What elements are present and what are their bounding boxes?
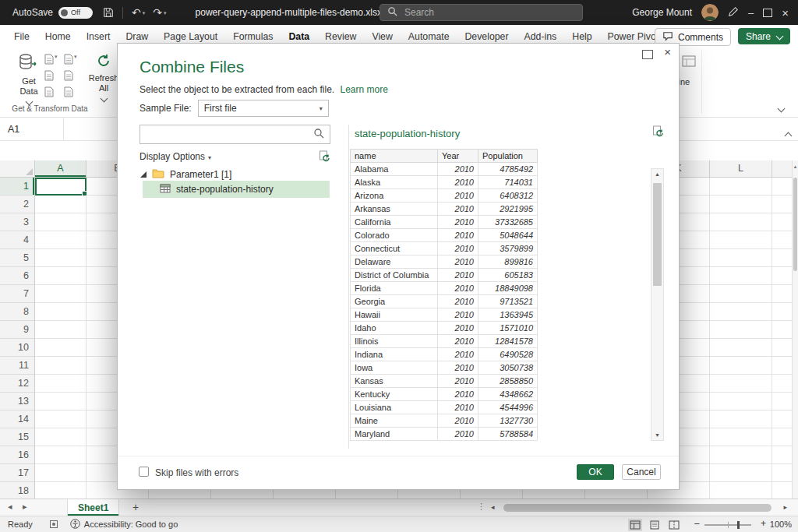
restore-icon[interactable] — [763, 9, 772, 17]
row-header-8[interactable]: 8 — [0, 303, 34, 321]
normal-view-icon[interactable] — [628, 519, 642, 531]
avatar[interactable] — [701, 4, 719, 21]
sheet-nav-right-icon[interactable]: ▸ — [23, 502, 27, 512]
macro-record-icon[interactable] — [50, 520, 58, 528]
add-sheet-icon[interactable]: + — [132, 501, 139, 513]
row-header-2[interactable]: 2 — [0, 196, 34, 213]
preview-column-header: Year — [438, 150, 478, 163]
document-title: power-query-append-multiple-files-demo.x… — [196, 7, 396, 18]
tab-scroll-splitter[interactable]: ⋮ — [477, 502, 486, 512]
dialog-maximize-icon[interactable] — [642, 50, 653, 59]
ribbon-collapse-chevron-icon[interactable] — [779, 100, 784, 115]
row-header-13[interactable]: 13 — [0, 393, 34, 410]
hscroll-right-icon[interactable]: ▸ — [783, 503, 787, 511]
cancel-button[interactable]: Cancel — [622, 464, 661, 480]
minimize-icon[interactable]: – — [748, 7, 754, 19]
titlebar-search[interactable] — [380, 4, 583, 21]
row-header-15[interactable]: 15 — [0, 428, 34, 446]
tree-node-parameter1[interactable]: Parameter1 [1] — [140, 167, 231, 182]
learn-more-link[interactable]: Learn more — [340, 84, 387, 95]
autosave-toggle[interactable]: Off — [58, 7, 93, 19]
row-header-12[interactable]: 12 — [0, 375, 34, 393]
refresh-preview-icon[interactable] — [652, 125, 664, 140]
display-options-button[interactable]: Display Options▾ — [139, 151, 211, 162]
object-search-input[interactable] — [146, 129, 313, 141]
zoom-level[interactable]: 100% — [770, 520, 792, 529]
sample-file-dropdown[interactable]: First file ▾ — [198, 100, 329, 117]
preview-scroll-thumb[interactable] — [653, 183, 662, 286]
zoom-slider[interactable] — [704, 524, 751, 526]
row-header-10[interactable]: 10 — [0, 339, 34, 357]
preview-scrollbar[interactable]: ▲ ▼ — [651, 168, 664, 441]
scroll-up-icon[interactable]: ▲ — [793, 164, 798, 169]
ribbon-small-button[interactable]: ▾ — [64, 54, 83, 70]
row-header-14[interactable]: 14 — [0, 410, 34, 428]
row-header-17[interactable]: 17 — [0, 464, 34, 482]
ribbon-small-button[interactable] — [64, 86, 83, 103]
display-options-label: Display Options — [139, 151, 205, 162]
sheet-tab-sheet1[interactable]: Sheet1 — [67, 499, 119, 516]
vertical-scrollbar[interactable]: ▲ — [792, 160, 798, 499]
name-box[interactable]: A1 — [0, 118, 64, 140]
row-header-6[interactable]: 6 — [0, 267, 34, 285]
skip-errors-checkbox[interactable] — [139, 467, 149, 477]
row-header-3[interactable]: 3 — [0, 213, 34, 231]
row-header-5[interactable]: 5 — [0, 249, 34, 267]
ribbon-group-label: Get & Transform Data — [0, 104, 100, 113]
fill-handle[interactable] — [82, 191, 87, 196]
save-icon[interactable] — [103, 7, 114, 18]
row-header-16[interactable]: 16 — [0, 446, 34, 464]
column-header-a[interactable]: A — [35, 160, 87, 177]
sample-file-value: First file — [204, 103, 237, 114]
ribbon-small-button[interactable]: ▾ — [44, 54, 64, 70]
row-header-1[interactable]: 1 — [0, 178, 34, 196]
tab-insert[interactable]: Insert — [79, 25, 118, 48]
row-header-18[interactable]: 18 — [0, 482, 34, 499]
redo-icon[interactable]: ↷▾ — [153, 7, 166, 18]
zoom-in-icon[interactable]: + — [761, 518, 766, 529]
tree-expand-icon[interactable] — [140, 171, 147, 178]
object-search-box[interactable] — [139, 125, 330, 144]
search-input[interactable] — [403, 6, 562, 19]
ribbon-small-button[interactable] — [44, 70, 64, 86]
row-header-7[interactable]: 7 — [0, 285, 34, 303]
ok-button[interactable]: OK — [577, 464, 614, 480]
scroll-up-icon[interactable]: ▲ — [651, 171, 663, 177]
refresh-tree-icon[interactable] — [319, 150, 330, 164]
pencil-icon[interactable] — [728, 6, 739, 19]
row-headers: 123456789101112131415161718 — [0, 178, 35, 499]
zoom-out-icon[interactable]: − — [694, 518, 700, 530]
tree-item-state-population-history[interactable]: state-population-history — [143, 181, 330, 198]
ribbon-small-button[interactable] — [64, 70, 83, 86]
vertical-scroll-thumb[interactable] — [793, 178, 797, 271]
row-header-9[interactable]: 9 — [0, 321, 34, 339]
tab-file[interactable]: File — [6, 25, 37, 48]
select-all-corner[interactable] — [0, 160, 35, 178]
formula-bar-collapse-icon[interactable] — [786, 128, 791, 142]
ribbon-small-button[interactable] — [44, 86, 64, 103]
horizontal-scroll-thumb[interactable] — [503, 504, 772, 512]
page-break-view-icon[interactable] — [667, 519, 681, 531]
close-icon[interactable]: × — [782, 6, 789, 19]
hscroll-left-icon[interactable]: ◂ — [491, 503, 495, 511]
share-button[interactable]: Share — [738, 28, 790, 44]
zoom-slider-knob[interactable] — [737, 521, 740, 529]
column-header-m[interactable]: M — [772, 160, 792, 177]
column-header-l[interactable]: L — [710, 160, 772, 177]
tab-home[interactable]: Home — [37, 25, 79, 48]
accessibility-status[interactable]: Accessibility: Good to go — [70, 519, 178, 530]
excel-window: AutoSave Off ↶▾ ↷▾ power-query-append-mu… — [0, 0, 798, 532]
dialog-close-icon[interactable]: × — [664, 46, 671, 58]
undo-icon[interactable]: ↶▾ — [132, 7, 145, 18]
outline-group-icon[interactable] — [681, 54, 697, 72]
selected-cell-a1[interactable] — [35, 178, 87, 196]
get-data-button[interactable]: Get Data — [9, 53, 48, 104]
preview-table-row: Maryland20105788584 — [351, 428, 538, 441]
row-header-4[interactable]: 4 — [0, 231, 34, 249]
preview-table-row: Hawaii20101363945 — [351, 308, 538, 322]
sheet-nav-left-icon[interactable]: ◂ — [8, 502, 12, 512]
scroll-down-icon[interactable]: ▼ — [651, 432, 663, 438]
row-header-11[interactable]: 11 — [0, 357, 34, 375]
page-layout-view-icon[interactable] — [648, 519, 662, 531]
dialog-pane-divider — [348, 125, 349, 449]
